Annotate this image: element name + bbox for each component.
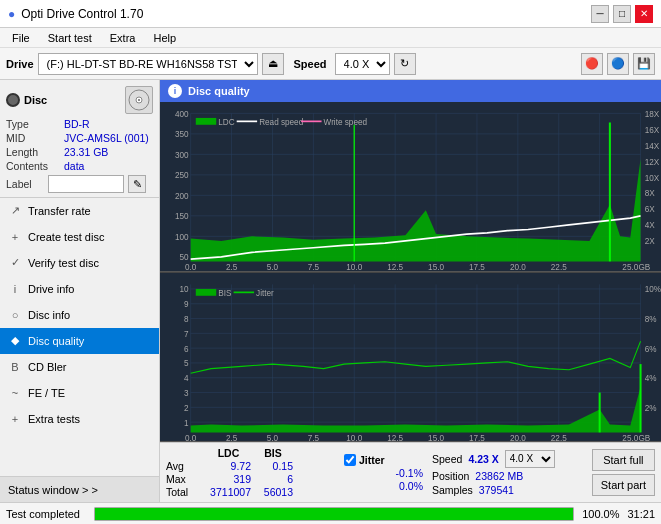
tool-btn-3[interactable]: 🔵: [607, 53, 629, 75]
svg-text:4X: 4X: [645, 220, 655, 231]
length-label: Length: [6, 146, 64, 158]
label-input[interactable]: [48, 175, 124, 193]
svg-text:250: 250: [175, 170, 189, 181]
svg-text:25.0: 25.0: [622, 433, 638, 441]
label-edit-button[interactable]: ✎: [128, 175, 146, 193]
sidebar-item-create-test-disc[interactable]: + Create test disc: [0, 224, 159, 250]
sidebar-item-transfer-rate[interactable]: ↗ Transfer rate: [0, 198, 159, 224]
cd-bler-icon: B: [8, 360, 22, 374]
sidebar-item-drive-info[interactable]: i Drive info: [0, 276, 159, 302]
cd-bler-label: CD Bler: [28, 361, 67, 373]
svg-text:5: 5: [184, 357, 189, 368]
maximize-button[interactable]: □: [613, 5, 631, 23]
svg-text:17.5: 17.5: [469, 262, 485, 270]
position-value: 23862 MB: [475, 470, 523, 482]
svg-text:Read speed: Read speed: [259, 116, 303, 127]
total-ldc: 3711007: [206, 486, 251, 498]
app-title: Opti Drive Control 1.70: [21, 7, 143, 21]
svg-text:8%: 8%: [645, 313, 657, 324]
speed-value-stat: 4.23 X: [468, 453, 498, 465]
sidebar-item-extra-tests[interactable]: + Extra tests: [0, 406, 159, 432]
svg-text:GB: GB: [639, 433, 651, 441]
tool-btn-2[interactable]: 🔴: [581, 53, 603, 75]
samples-label: Samples: [432, 484, 473, 496]
drive-label: Drive: [6, 58, 34, 70]
svg-text:50: 50: [180, 252, 189, 263]
svg-text:150: 150: [175, 211, 189, 222]
svg-text:16X: 16X: [645, 124, 660, 135]
svg-text:12.5: 12.5: [387, 433, 403, 441]
chart2: 10 9 8 7 6 5 4 3 2 1 10% 8% 6% 4% 2%: [160, 272, 661, 443]
svg-text:7.5: 7.5: [308, 262, 320, 270]
menu-start-test[interactable]: Start test: [40, 30, 100, 46]
speed-select-stats[interactable]: 4.0 X MAX 2.0 X: [505, 450, 555, 468]
start-full-button[interactable]: Start full: [592, 449, 655, 471]
svg-text:3: 3: [184, 387, 189, 398]
jitter-checkbox[interactable]: [344, 454, 356, 466]
svg-text:22.5: 22.5: [551, 433, 567, 441]
chart1-svg: 400 350 300 250 200 150 100 50 18X 16X 1…: [160, 102, 661, 271]
disc-quality-label: Disc quality: [28, 335, 84, 347]
contents-value: data: [64, 160, 84, 172]
svg-text:LDC: LDC: [218, 116, 234, 127]
avg-jitter-label: [344, 467, 376, 479]
start-part-button[interactable]: Start part: [592, 474, 655, 496]
progress-text: 100.0%: [582, 508, 619, 520]
svg-text:2.5: 2.5: [226, 262, 238, 270]
svg-text:14X: 14X: [645, 140, 660, 151]
avg-label: Avg: [166, 460, 204, 472]
svg-text:9: 9: [184, 298, 189, 309]
bis-header: BIS: [253, 447, 293, 459]
eject-button[interactable]: ⏏: [262, 53, 284, 75]
svg-text:18X: 18X: [645, 108, 660, 119]
sidebar-item-disc-quality[interactable]: ◆ Disc quality: [0, 328, 159, 354]
disc-quality-icon: ◆: [8, 334, 22, 348]
content-header: i Disc quality: [160, 80, 661, 102]
length-value: 23.31 GB: [64, 146, 108, 158]
svg-text:Write speed: Write speed: [324, 116, 368, 127]
content-title: Disc quality: [188, 85, 250, 97]
svg-rect-62: [160, 273, 661, 442]
progress-container: [94, 507, 574, 521]
max-jitter-label: [344, 480, 376, 492]
progress-bar: [95, 508, 573, 520]
max-label: Max: [166, 473, 204, 485]
svg-text:12.5: 12.5: [387, 262, 403, 270]
svg-text:7: 7: [184, 328, 189, 339]
svg-text:1: 1: [184, 417, 189, 428]
sidebar-item-cd-bler[interactable]: B CD Bler: [0, 354, 159, 380]
total-bis: 56013: [253, 486, 293, 498]
status-window-button[interactable]: Status window > >: [0, 476, 159, 502]
minimize-button[interactable]: ─: [591, 5, 609, 23]
svg-text:20.0: 20.0: [510, 262, 526, 270]
avg-jitter: -0.1%: [378, 467, 423, 479]
drive-select[interactable]: (F:) HL-DT-ST BD-RE WH16NS58 TST4: [38, 53, 258, 75]
toolbar: Drive (F:) HL-DT-ST BD-RE WH16NS58 TST4 …: [0, 48, 661, 80]
disc-info-icon: ○: [8, 308, 22, 322]
close-button[interactable]: ✕: [635, 5, 653, 23]
mid-label: MID: [6, 132, 64, 144]
sidebar-item-verify-test-disc[interactable]: ✓ Verify test disc: [0, 250, 159, 276]
svg-text:10: 10: [180, 283, 189, 294]
mid-value: JVC-AMS6L (001): [64, 132, 149, 144]
titlebar: ● Opti Drive Control 1.70 ─ □ ✕: [0, 0, 661, 28]
sidebar-item-fe-te[interactable]: ~ FE / TE: [0, 380, 159, 406]
nav-items: ↗ Transfer rate + Create test disc ✓ Ver…: [0, 198, 159, 476]
content-area: i Disc quality: [160, 80, 661, 502]
svg-text:25.0: 25.0: [622, 262, 638, 270]
svg-text:15.0: 15.0: [428, 433, 444, 441]
menu-extra[interactable]: Extra: [102, 30, 144, 46]
speed-select[interactable]: 4.0 X MAX 2.0 X 8.0 X: [335, 53, 390, 75]
sidebar-item-disc-info[interactable]: ○ Disc info: [0, 302, 159, 328]
menu-file[interactable]: File: [4, 30, 38, 46]
svg-text:2: 2: [184, 402, 189, 413]
svg-text:4: 4: [184, 372, 189, 383]
menu-help[interactable]: Help: [145, 30, 184, 46]
action-buttons: Start full Start part: [592, 449, 655, 496]
refresh-button[interactable]: ↻: [394, 53, 416, 75]
time-text: 31:21: [627, 508, 655, 520]
extra-tests-icon: +: [8, 412, 22, 426]
svg-text:2.5: 2.5: [226, 433, 238, 441]
type-value: BD-R: [64, 118, 90, 130]
save-button[interactable]: 💾: [633, 53, 655, 75]
